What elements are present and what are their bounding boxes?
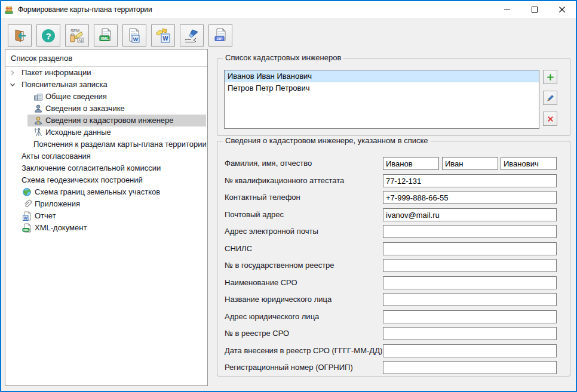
chevron-right-icon[interactable]: [8, 67, 17, 79]
toolbar-button-semantic-check[interactable]: SEMAB: [65, 24, 89, 47]
tree-item[interactable]: Сведения о кадастровом инженере: [5, 115, 207, 126]
paperclip-icon: [22, 199, 32, 209]
tree-item-label: Сведения о кадастровом инженере: [45, 115, 174, 126]
sections-tree: Пакет информацииПояснительная запискаОбщ…: [5, 67, 207, 234]
legal-entity-name-input[interactable]: [383, 293, 557, 306]
engineer-person-icon: [33, 116, 43, 125]
window-title: Формирование карты-плана территории: [18, 1, 152, 18]
add-engineer-button[interactable]: [543, 70, 557, 84]
globe-icon: [22, 187, 32, 197]
sro-register-number-input[interactable]: [383, 327, 557, 340]
app-icon: [5, 5, 14, 14]
state-register-number-input[interactable]: [383, 259, 557, 272]
titlebar: Формирование карты-плана территории: [1, 1, 576, 18]
engineers-groupbox: Список кадастровых инженеров Иванов Иван…: [217, 58, 570, 136]
patronymic-input[interactable]: [501, 157, 557, 170]
engineer-list-item[interactable]: Петров Петр Петрович: [225, 82, 539, 94]
exit-door-icon: [11, 27, 28, 44]
sem-check-icon: SEMAB: [69, 27, 85, 44]
tree-item[interactable]: Пояснительная записка: [5, 79, 207, 91]
toolbar-button-draw-scheme[interactable]: [180, 24, 204, 47]
field-label: СНИЛС: [225, 242, 252, 255]
tree-item[interactable]: Исходные данные: [5, 126, 207, 138]
form-row: Адрес электронной почты: [217, 225, 570, 238]
tree-item[interactable]: WОтчет: [5, 210, 207, 222]
tree-item[interactable]: Приложения: [5, 198, 207, 210]
engineer-list-item[interactable]: Иванов Иван Иванович: [225, 70, 539, 82]
tree-item[interactable]: Заключение согласительной комиссии: [5, 162, 207, 174]
tree-item-label: Схема геодезических построений: [22, 174, 143, 186]
tree-item-label: Пояснения к разделам карты-плана террито…: [33, 138, 207, 150]
tree-item[interactable]: Схема границ земельных участков: [5, 186, 207, 198]
tree-item-label: Пакет информации: [22, 67, 91, 79]
svg-text:XML: XML: [23, 229, 29, 232]
app-window: Формирование карты-плана территории ?SEM…: [0, 0, 577, 392]
toolbar-button-export-xml[interactable]: XML: [94, 24, 118, 47]
tree-item[interactable]: Пояснения к разделам карты-плана террито…: [5, 138, 207, 150]
svg-text:W: W: [133, 36, 139, 42]
brush-scheme-icon: [183, 27, 200, 44]
sro-name-input[interactable]: [383, 276, 557, 289]
cross-icon: [546, 115, 555, 124]
help-icon: ?: [40, 27, 57, 44]
surname-input[interactable]: [383, 157, 439, 170]
svg-text:ZIP: ZIP: [217, 37, 222, 41]
svg-text:XML: XML: [100, 36, 109, 40]
tree-item[interactable]: XMLXML-документ: [5, 222, 207, 234]
contact-phone-input[interactable]: [383, 191, 557, 204]
toolbar: ?SEMABXMLWWZIP: [8, 24, 232, 47]
word-export-icon: W: [126, 27, 143, 44]
field-label: № в реестре СРО: [225, 327, 289, 340]
minimize-button[interactable]: [493, 1, 521, 18]
field-label: Адрес юридического лица: [225, 310, 319, 323]
svg-text:W: W: [162, 35, 168, 42]
toolbar-button-export-zip[interactable]: ZIP: [208, 24, 232, 47]
xml-doc-icon: XML: [22, 223, 32, 233]
tree-item-label: XML-документ: [35, 222, 87, 234]
legal-entity-address-input[interactable]: [383, 310, 557, 323]
tree-item-label: Приложения: [35, 198, 80, 210]
snils-input[interactable]: [383, 242, 557, 255]
form-row: № в государственном реестре: [217, 259, 570, 272]
field-label: Дата внесения в реестр СРО (ГГГГ-ММ-ДД): [225, 344, 382, 357]
survey-tripod-icon: [33, 128, 43, 137]
qualification-certificate-input[interactable]: [383, 174, 557, 187]
toolbar-button-help[interactable]: ?: [36, 24, 60, 47]
tree-item-label: Отчет: [35, 210, 56, 222]
tree-item[interactable]: Схема геодезических построений: [5, 174, 207, 186]
tree-item-label: Исходные данные: [45, 126, 111, 138]
toolbar-button-export-word[interactable]: W: [122, 24, 146, 47]
tree-item[interactable]: Акты согласования: [5, 150, 207, 162]
engineer-details-group-title: Сведения о кадастровом инженере, указанн…: [223, 136, 431, 145]
form-row: Почтовый адрес: [217, 208, 570, 221]
form-row: Адрес юридического лица: [217, 310, 570, 323]
toolbar-button-export-word-scheme[interactable]: W: [151, 24, 175, 47]
field-label: Почтовый адрес: [225, 208, 284, 221]
tree-item-label: Общие сведения: [45, 91, 107, 103]
tree-item[interactable]: Сведения о заказчике: [5, 103, 207, 115]
tree-item[interactable]: Пакет информации: [5, 67, 207, 79]
tree-item[interactable]: Общие сведения: [5, 91, 207, 103]
field-label: Наименование СРО: [225, 276, 297, 289]
form-row: Дата внесения в реестр СРО (ГГГГ-ММ-ДД): [217, 344, 570, 357]
close-icon: [559, 7, 565, 13]
firstname-input[interactable]: [442, 157, 498, 170]
ogrnip-input[interactable]: [383, 361, 557, 374]
chevron-down-icon[interactable]: [8, 79, 17, 91]
form-row: № в реестре СРО: [217, 327, 570, 340]
postal-address-input[interactable]: [383, 208, 557, 221]
email-input[interactable]: [383, 225, 557, 238]
toolbar-button-exit[interactable]: [8, 24, 32, 47]
tree-item-label: Пояснительная записка: [22, 79, 108, 91]
edit-engineer-button[interactable]: [543, 91, 557, 105]
tree-item-label: Акты согласования: [22, 150, 91, 162]
field-label: Фамилия, имя, отчество: [225, 157, 312, 170]
form-row: Контактный телефон: [217, 191, 570, 204]
engineers-listbox[interactable]: Иванов Иван ИвановичПетров Петр Петрович: [224, 70, 539, 129]
maximize-button[interactable]: [521, 1, 548, 18]
engineer-details-groupbox: Сведения о кадастровом инженере, указанн…: [217, 141, 570, 376]
delete-engineer-button[interactable]: [543, 112, 557, 126]
form-row: Наименование СРО: [217, 276, 570, 289]
close-button[interactable]: [548, 1, 576, 18]
sro-register-date-input[interactable]: [383, 344, 557, 357]
